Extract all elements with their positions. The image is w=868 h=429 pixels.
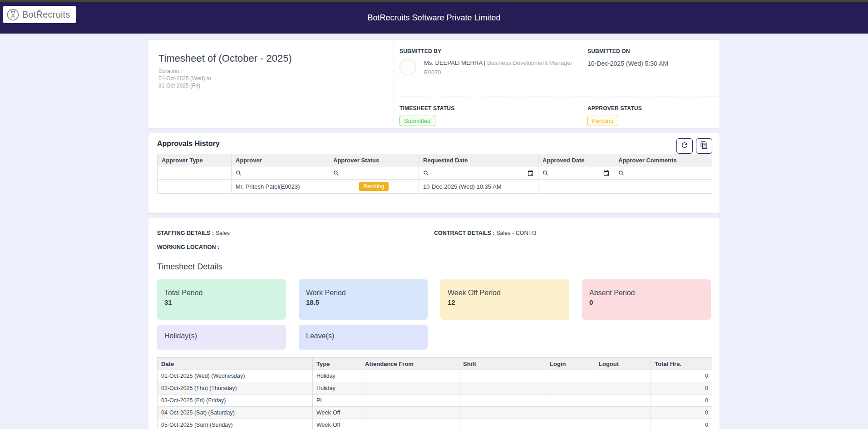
timesheet-status-label: TIMESHEET STATUS	[399, 105, 587, 112]
approvals-history-title: Approvals History	[157, 140, 711, 148]
table-row: 01-Oct-2025 (Wed) (Wednesday) Holiday 0	[158, 370, 712, 382]
cell-attendance-from	[361, 407, 459, 419]
cell-type: Week-Off	[313, 419, 361, 429]
work-period-value: 18.5	[306, 298, 420, 306]
col-attendance-from: Attendance From	[361, 358, 459, 370]
cell-total-hrs: 0	[651, 395, 712, 407]
absent-period-label: Absent Period	[589, 289, 704, 297]
cell-attendance-from	[361, 382, 459, 395]
cell-approved-date	[538, 180, 614, 194]
refresh-button[interactable]	[676, 138, 693, 154]
col-total-hrs: Total Hrs.	[651, 358, 712, 370]
cell-login	[546, 419, 595, 429]
search-icon	[423, 170, 429, 176]
col-login: Login	[546, 358, 595, 370]
contract-details-label: CONTRACT DETAILS :	[434, 230, 495, 236]
cell-type: Holiday	[313, 370, 361, 382]
filter-approver-status[interactable]	[329, 166, 419, 180]
cell-approver-comments	[614, 180, 712, 194]
cell-login	[546, 395, 595, 407]
approver-status-label: APPROVER STATUS	[587, 105, 720, 112]
cell-shift	[459, 382, 546, 395]
col-type: Type	[313, 358, 361, 370]
submitted-by-label: SUBMITTED BY	[399, 48, 587, 54]
timesheet-details-title: Timesheet Details	[157, 262, 711, 272]
cell-date: 05-Oct-2025 (Sun) (Sunday)	[158, 419, 313, 429]
cell-attendance-from	[361, 370, 459, 382]
approvals-data-row: Mr. Pritesh Patel(E0023) Pending 10-Dec-…	[158, 180, 712, 194]
cell-total-hrs: 0	[651, 382, 712, 395]
absent-period-card: Absent Period 0	[582, 279, 711, 320]
cell-date: 03-Oct-2025 (Fri) (Friday)	[158, 395, 313, 407]
submitted-on-label: SUBMITTED ON	[587, 48, 720, 54]
contract-details-value: Sales - CONT/3	[496, 230, 536, 236]
approvals-header-row: Approver Type Approver Approver Status R…	[158, 154, 712, 166]
cell-approver: Mr. Pritesh Patel(E0023)	[232, 180, 329, 194]
table-row: 02-Oct-2025 (Thu) (Thursday) Holiday 0	[158, 382, 712, 395]
duration-to: 31-Oct-2025 (Fri)	[158, 82, 394, 89]
week-off-period-label: Week Off Period	[448, 289, 562, 297]
filter-approved-date[interactable]	[538, 166, 614, 180]
submitted-on-value: 10-Dec-2025 (Wed) 5:30 AM	[587, 60, 720, 67]
cell-attendance-from	[361, 419, 459, 429]
cell-shift	[459, 407, 546, 419]
leaves-label: Leave(s)	[306, 332, 420, 340]
company-title: BotRecruits Software Private Limited	[0, 13, 868, 23]
cell-date: 01-Oct-2025 (Wed) (Wednesday)	[158, 370, 313, 382]
cell-logout	[595, 395, 651, 407]
filter-approver-comments[interactable]	[614, 166, 712, 180]
col-logout: Logout	[595, 358, 651, 370]
table-row: 04-Oct-2025 (Sat) (Saturday) Week-Off 0	[158, 407, 712, 419]
total-period-card: Total Period 31	[157, 279, 286, 320]
leaves-card: Leave(s)	[299, 325, 428, 350]
search-icon	[542, 170, 548, 176]
filter-approver-type[interactable]	[158, 166, 232, 180]
staffing-details-value: Sales	[216, 230, 230, 236]
cell-logout	[595, 407, 651, 419]
cell-type: PL	[313, 395, 361, 407]
logo[interactable]: BotŘecruits	[3, 6, 76, 23]
cell-total-hrs: 0	[651, 407, 712, 419]
refresh-icon	[681, 141, 689, 151]
approver-status-badge: Pending	[587, 116, 618, 126]
week-off-period-value: 12	[448, 298, 562, 306]
filter-requested-date[interactable]	[419, 166, 538, 180]
cell-date: 04-Oct-2025 (Sat) (Saturday)	[158, 407, 313, 419]
cell-total-hrs: 0	[651, 419, 712, 429]
approvals-history-card: Approvals History Approver Type	[148, 133, 720, 214]
cell-approver-status: Pending	[329, 180, 419, 194]
work-period-label: Work Period	[306, 289, 420, 297]
submitter-employee-id: E0070	[424, 68, 572, 77]
calendar-icon[interactable]	[527, 170, 534, 176]
filter-approver[interactable]	[232, 166, 329, 180]
table-row: 03-Oct-2025 (Fri) (Friday) PL 0	[158, 395, 712, 407]
search-icon	[618, 170, 708, 176]
copy-button[interactable]	[696, 138, 712, 154]
total-period-label: Total Period	[164, 289, 279, 297]
col-shift: Shift	[459, 358, 546, 370]
week-off-period-card: Week Off Period 12	[440, 279, 569, 320]
cell-login	[546, 382, 595, 395]
col-approver-status: Approver Status	[329, 154, 419, 166]
cell-approver-type	[158, 180, 232, 194]
cell-logout	[595, 370, 651, 382]
timesheet-status-badge: Submitted	[399, 116, 435, 126]
timesheet-summary-card: Timesheet of (October - 2025) Duration :…	[148, 39, 720, 128]
daily-details-table: Date Type Attendance From Shift Login Lo…	[157, 357, 712, 429]
timesheet-title: Timesheet of (October - 2025)	[158, 53, 394, 64]
cell-type: Week-Off	[313, 407, 361, 419]
avatar	[399, 59, 416, 75]
holidays-label: Holiday(s)	[164, 332, 279, 340]
copy-icon	[700, 141, 708, 151]
pending-status-badge: Pending	[359, 182, 389, 191]
col-approver: Approver	[232, 154, 329, 166]
giraffe-logo-icon	[7, 9, 19, 21]
col-approver-type: Approver Type	[158, 154, 232, 166]
submitter-role: Business Development Manager	[487, 59, 572, 66]
cell-attendance-from	[361, 395, 459, 407]
cell-type: Holiday	[313, 382, 361, 395]
total-period-value: 31	[164, 298, 279, 306]
search-icon	[333, 170, 414, 176]
calendar-icon[interactable]	[603, 170, 610, 176]
cell-date: 02-Oct-2025 (Thu) (Thursday)	[158, 382, 313, 395]
